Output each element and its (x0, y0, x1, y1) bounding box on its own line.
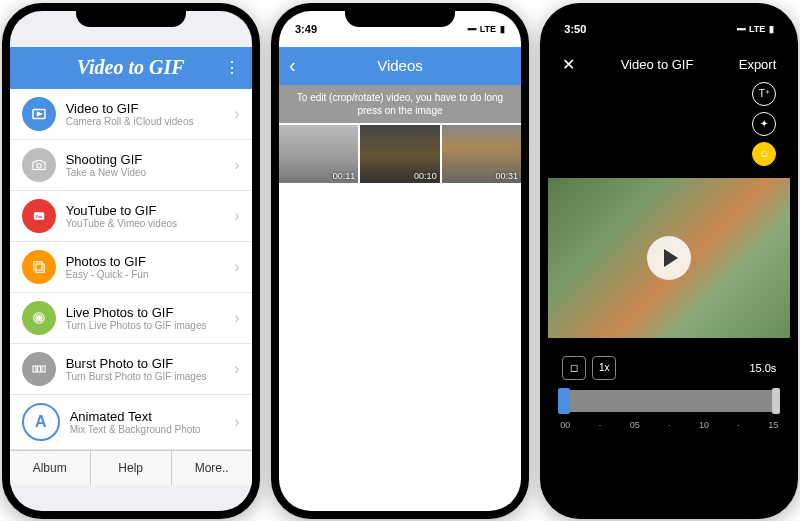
time-ruler: 00· 05· 10· 15 (548, 416, 790, 434)
svg-rect-10 (37, 366, 40, 372)
photos-icon (22, 250, 56, 284)
speed-button[interactable]: 1x (592, 356, 616, 380)
video-grid: 00:11 00:10 00:31 (279, 123, 521, 185)
status-icons: LTE▮ (736, 24, 774, 34)
chevron-right-icon: › (234, 207, 239, 225)
trim-end-handle[interactable] (772, 388, 780, 414)
hint-banner: To edit (crop/rotate) video, you have to… (279, 85, 521, 123)
back-icon[interactable]: ‹ (289, 54, 296, 77)
chevron-right-icon: › (234, 156, 239, 174)
video-thumb[interactable]: 00:10 (360, 125, 439, 183)
page-title: Videos (377, 57, 423, 74)
svg-rect-11 (42, 366, 45, 372)
chevron-right-icon: › (234, 360, 239, 378)
videos-header: ‹ Videos (279, 47, 521, 85)
svg-point-1 (36, 163, 41, 168)
live-icon (22, 301, 56, 335)
main-menu: Video to GIFCamera Roll & iCloud videos … (10, 89, 252, 450)
svg-rect-4 (33, 261, 41, 269)
video-thumb[interactable]: 00:11 (279, 125, 358, 183)
menu-live-photos-to-gif[interactable]: Live Photos to GIFTurn Live Photos to GI… (10, 293, 252, 344)
app-header: Video to GIF ⋮ (10, 47, 252, 89)
status-time: 3:50 (564, 23, 586, 35)
svg-point-8 (37, 316, 40, 319)
close-icon[interactable]: ✕ (562, 55, 575, 74)
status-icons: LTE▮ (467, 24, 505, 34)
timeline-scrubber[interactable] (558, 390, 780, 412)
crop-button[interactable]: ◻ (562, 356, 586, 380)
chevron-right-icon: › (234, 413, 239, 431)
chevron-right-icon: › (234, 258, 239, 276)
menu-video-to-gif[interactable]: Video to GIFCamera Roll & iCloud videos … (10, 89, 252, 140)
svg-rect-5 (36, 264, 44, 272)
svg-rect-9 (33, 366, 36, 372)
menu-icon[interactable]: ⋮ (224, 58, 240, 77)
burst-icon (22, 352, 56, 386)
tab-more[interactable]: More.. (172, 451, 252, 485)
export-button[interactable]: Export (739, 57, 777, 72)
bottom-bar: Album Help More.. (10, 450, 252, 485)
svg-text:You: You (35, 214, 43, 218)
video-preview[interactable] (548, 178, 790, 338)
tool-column: T⁺ ✦ ☺ (548, 82, 790, 166)
video-thumb[interactable]: 00:31 (442, 125, 521, 183)
tab-help[interactable]: Help (91, 451, 172, 485)
page-title: Video to GIF (621, 57, 694, 72)
editor-header: ✕ Video to GIF Export (548, 47, 790, 82)
chevron-right-icon: › (234, 309, 239, 327)
status-time: 3:49 (295, 23, 317, 35)
camera-icon (22, 148, 56, 182)
emoji-tool-icon[interactable]: ☺ (752, 142, 776, 166)
tab-album[interactable]: Album (10, 451, 91, 485)
text-icon: A (22, 403, 60, 441)
sticker-tool-icon[interactable]: ✦ (752, 112, 776, 136)
menu-shooting-gif[interactable]: Shooting GIFTake a New Video › (10, 140, 252, 191)
youtube-icon: You (22, 199, 56, 233)
play-icon (22, 97, 56, 131)
app-title: Video to GIF (77, 56, 185, 79)
menu-burst-photo-to-gif[interactable]: Burst Photo to GIFTurn Burst Photo to GI… (10, 344, 252, 395)
menu-youtube-to-gif[interactable]: You YouTube to GIFYouTube & Vimeo videos… (10, 191, 252, 242)
menu-animated-text[interactable]: A Animated TextMix Text & Background Pho… (10, 395, 252, 450)
text-tool-icon[interactable]: T⁺ (752, 82, 776, 106)
duration-label: 15.0s (749, 362, 776, 374)
menu-photos-to-gif[interactable]: Photos to GIFEasy - Quick - Fun › (10, 242, 252, 293)
trim-start-handle[interactable] (558, 388, 570, 414)
chevron-right-icon: › (234, 105, 239, 123)
play-icon[interactable] (647, 236, 691, 280)
